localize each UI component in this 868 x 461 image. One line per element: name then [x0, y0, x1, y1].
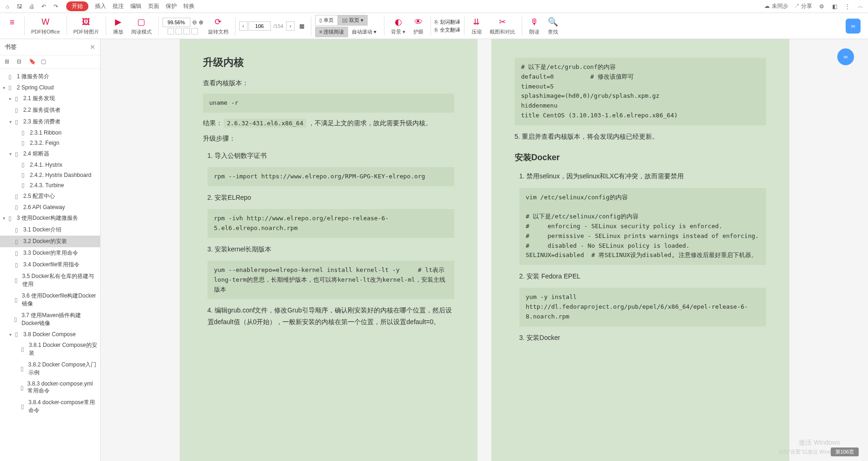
bookmark-item[interactable]: ▾▯2.4 熔断器 [0, 148, 100, 160]
zoom-input[interactable] [162, 18, 190, 27]
tool-read-mode[interactable]: ▢阅读模式 [128, 16, 155, 35]
collapse-all-icon[interactable]: ⊟ [17, 58, 24, 66]
bookmark-icon: ▯ [15, 227, 21, 233]
tool-background[interactable]: ◐背景 ▾ [388, 16, 408, 35]
bookmark-settings-icon[interactable]: ▢ [41, 58, 48, 66]
thumbnail-icon[interactable]: ▦ [299, 23, 304, 29]
tool-eye-protect[interactable]: 👁护眼 [410, 16, 427, 35]
menu-protect[interactable]: 保护 [166, 2, 177, 10]
tool-find[interactable]: 🔍查找 [545, 16, 561, 35]
expand-all-icon[interactable]: ⊞ [5, 58, 12, 66]
bookmark-label: 2.2 服务提供者 [23, 106, 61, 114]
tool-read-aloud[interactable]: 🎙朗读 [526, 16, 543, 35]
chevron-icon[interactable]: ▸ [9, 96, 15, 101]
refresh-icon[interactable] [191, 28, 198, 34]
chevron-icon[interactable]: ▾ [9, 119, 15, 124]
bookmark-label: 2.3.2. Feign [30, 140, 59, 146]
bookmark-icon: ▯ [15, 95, 21, 102]
tool-compare[interactable]: ✂截图和对比 [487, 16, 518, 35]
tool-pdf-to-image[interactable]: 🖼PDF转图片 [71, 16, 102, 35]
chevron-icon[interactable]: ▾ [3, 216, 8, 221]
chevron-icon[interactable]: ▾ [3, 85, 8, 90]
share-button[interactable]: ↗ 分享 [794, 2, 812, 10]
text-check-version: 查看内核版本： [203, 77, 454, 89]
menu-convert[interactable]: 转换 [183, 2, 195, 10]
bookmark-item[interactable]: ▯3.3 Docker的常用命令 [0, 247, 100, 259]
tool-rotate[interactable]: ⟳旋转文档 [205, 16, 231, 35]
step-3: 3. 安装kernel长期版本 [208, 244, 454, 255]
add-bookmark-icon[interactable]: 🔖 [29, 58, 36, 66]
bookmark-icon: ▯ [8, 84, 15, 91]
bookmark-item[interactable]: ▯2.4.1. Hystrix [0, 160, 100, 170]
bookmark-item[interactable]: ▾▯3 使用Docker构建微服务 [0, 212, 100, 224]
zoom-in-icon[interactable]: ⊕ [199, 19, 203, 26]
word-translate-button[interactable]: ⎘ 划词翻译 [435, 19, 460, 26]
bookmark-item[interactable]: ▯3.4 Dockerfile常用指令 [0, 259, 100, 271]
tool-compress[interactable]: ⇊压缩 [468, 16, 485, 35]
page-number-input[interactable] [249, 21, 271, 31]
tool-pdf-to-office[interactable]: WPDF转Office [28, 16, 63, 35]
cloud-float-badge[interactable]: ∞ [837, 48, 854, 65]
page-total-label: /154 [272, 23, 285, 29]
next-page-button[interactable]: › [286, 21, 295, 31]
menu-insert[interactable]: 插入 [95, 2, 106, 10]
chevron-icon[interactable]: ▾ [9, 151, 15, 156]
bookmark-item[interactable]: ▯2.5 配置中心 [0, 190, 100, 202]
document-viewport[interactable]: 升级内核 查看内核版本： uname -r 结果： 2.6.32-431.el6… [101, 39, 868, 461]
save-icon[interactable]: 🖫 [16, 3, 23, 10]
bookmark-item[interactable]: ▯3.8.3 docker-compose.yml常用命令 [0, 379, 100, 397]
bookmark-item[interactable]: ▯3.5 Docker私有仓库的搭建与使用 [0, 271, 100, 290]
skin-icon[interactable]: ◧ [831, 3, 838, 10]
bookmark-item[interactable]: ▯2.4.2. Hystrix Dashboard [0, 170, 100, 180]
bookmark-item[interactable]: ▯2.3.1 Ribbon [0, 128, 100, 138]
print-icon[interactable]: 🖨 [28, 3, 35, 10]
bookmark-label: 2.4 熔断器 [23, 150, 49, 158]
menu-page[interactable]: 页面 [148, 2, 159, 10]
single-page-button[interactable]: ▯ 单页 [315, 15, 338, 26]
bookmark-item[interactable]: ▾▯2 Spring Cloud [0, 82, 100, 93]
redo-icon[interactable]: ↷ [52, 3, 60, 10]
bookmark-item[interactable]: ▯3.8.4 docker-compose常用命令 [0, 397, 100, 416]
home-icon[interactable]: ⌂ [4, 3, 11, 10]
code-yum-kernel: yum --enablerepo=elrepo-kernel install k… [208, 261, 454, 299]
gear-icon[interactable]: ⚙ [818, 3, 825, 10]
bookmark-item[interactable]: ▯3.8.1 Docker Compose的安装 [0, 339, 100, 359]
menu-annotate[interactable]: 批注 [113, 2, 124, 10]
bookmark-item[interactable]: ▯3.6 使用Dockerfile构建Docker镜像 [0, 290, 100, 310]
tool-menu[interactable]: ≡ [4, 17, 20, 35]
bookmark-item[interactable]: ▯2.3.2. Feign [0, 138, 100, 148]
sync-status[interactable]: ☁ 未同步 [764, 2, 788, 10]
double-page-button[interactable]: ▯▯ 双页 ▾ [338, 15, 368, 26]
bookmark-item[interactable]: ▯3.1 Docker介绍 [0, 224, 100, 236]
cloud-sync-badge[interactable]: ∞ [846, 19, 861, 34]
tool-play[interactable]: ▶播放 [110, 16, 127, 35]
bookmark-label: 3 使用Docker构建微服务 [17, 214, 78, 222]
bookmark-item[interactable]: ▯2.2 服务提供者 [0, 104, 100, 116]
continuous-read-button[interactable]: ≡ 连续阅读 [315, 27, 348, 37]
bookmark-item[interactable]: ▾▯2.3 服务消费者 [0, 116, 100, 128]
auto-scroll-button[interactable]: 自动滚动 ▾ [348, 27, 380, 37]
bookmark-item[interactable]: ▯3.8.2 Docker Compose入门示例 [0, 359, 100, 379]
menu-edit[interactable]: 编辑 [130, 2, 141, 10]
bookmark-label: 1 微服务简介 [17, 73, 49, 81]
more-icon[interactable]: ⋮ [844, 3, 851, 10]
chevron-icon[interactable]: ▾ [9, 332, 15, 337]
zoom-out-icon[interactable]: ⊖ [192, 19, 197, 26]
fit-width-icon[interactable] [168, 28, 174, 34]
bookmark-item[interactable]: ▯2.4.3. Turbine [0, 180, 100, 190]
bookmark-item[interactable]: ▯3.2 Docker的安装 [0, 236, 100, 247]
fit-page-icon[interactable] [175, 28, 182, 34]
bookmark-item[interactable]: ▯2.6 API Gateway [0, 202, 100, 212]
collapse-icon[interactable]: ︿ [857, 3, 864, 10]
bookmark-label: 2.4.1. Hystrix [30, 162, 62, 168]
sidebar-close-button[interactable]: ✕ [90, 43, 95, 51]
prev-page-button[interactable]: ‹ [239, 21, 248, 31]
undo-icon[interactable]: ↶ [40, 3, 47, 10]
full-translate-button[interactable]: ⎘ 全文翻译 [435, 27, 460, 34]
bookmark-item[interactable]: ▾▯3.8 Docker Compose [0, 329, 100, 339]
bookmark-item[interactable]: ▯3.7 使用Maven插件构建Docker镜像 [0, 310, 100, 329]
actual-size-icon[interactable] [183, 28, 190, 34]
start-tab[interactable]: 开始 [66, 1, 88, 11]
bookmark-item[interactable]: ▯1 微服务简介 [0, 71, 100, 82]
bookmark-item[interactable]: ▸▯2.1 服务发现 [0, 93, 100, 104]
